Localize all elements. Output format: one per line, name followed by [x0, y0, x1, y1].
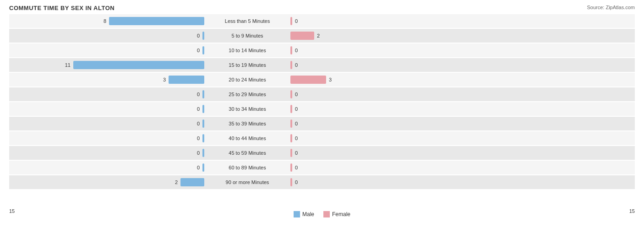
female-bar — [290, 163, 292, 172]
right-bar-area: 0 — [289, 178, 486, 186]
male-value: 0 — [191, 121, 200, 126]
chart-row: 3 20 to 24 Minutes 3 — [9, 73, 635, 87]
female-value: 3 — [329, 77, 338, 82]
female-bar — [290, 32, 314, 40]
legend-male-label: Male — [302, 211, 314, 217]
right-bar-area: 3 — [289, 76, 486, 84]
row-label: 5 to 9 Minutes — [206, 33, 289, 38]
left-bar-area: 11 — [9, 61, 206, 69]
male-value: 0 — [191, 33, 200, 38]
female-bar — [290, 120, 292, 128]
male-value: 0 — [191, 136, 200, 141]
right-bar-area: 0 — [289, 134, 486, 142]
right-bar-area: 0 — [289, 149, 486, 157]
left-bar-area: 0 — [9, 134, 206, 142]
right-bar-area: 0 — [289, 105, 486, 113]
male-bar — [169, 76, 204, 84]
male-bar — [202, 134, 204, 142]
left-bar-area: 0 — [9, 120, 206, 128]
chart-row: 0 30 to 34 Minutes 0 — [9, 102, 635, 116]
left-bar-area: 0 — [9, 46, 206, 54]
female-value: 0 — [295, 48, 304, 53]
chart-row: 11 15 to 19 Minutes 0 — [9, 58, 635, 72]
female-value: 0 — [295, 92, 304, 97]
male-bar — [73, 61, 204, 69]
axis-left: 15 — [9, 208, 15, 217]
chart-row: 0 45 to 59 Minutes 0 — [9, 146, 635, 160]
male-value: 0 — [191, 48, 200, 53]
legend-female: Female — [323, 211, 350, 217]
row-label: 25 to 29 Minutes — [206, 92, 289, 97]
female-bar — [290, 105, 292, 113]
right-bar-area: 0 — [289, 61, 486, 69]
chart-row: 0 10 to 14 Minutes 0 — [9, 43, 635, 57]
row-label: 30 to 34 Minutes — [206, 106, 289, 112]
right-bar-area: 0 — [289, 163, 486, 172]
right-bar-area: 2 — [289, 32, 486, 40]
left-bar-area: 2 — [9, 178, 206, 186]
male-bar — [202, 120, 204, 128]
female-bar — [290, 61, 292, 69]
male-value: 0 — [191, 106, 200, 112]
female-value: 0 — [295, 165, 304, 170]
female-value: 2 — [317, 33, 326, 38]
row-label: 20 to 24 Minutes — [206, 77, 289, 82]
male-bar — [109, 17, 204, 25]
left-bar-area: 8 — [9, 17, 206, 25]
left-bar-area: 0 — [9, 32, 206, 40]
left-bar-area: 0 — [9, 105, 206, 113]
right-bar-area: 0 — [289, 46, 486, 54]
axis-labels: 15 Male Female 15 — [9, 208, 635, 217]
male-value: 2 — [169, 179, 178, 185]
female-bar — [290, 17, 292, 25]
chart-row: 2 90 or more Minutes 0 — [9, 175, 635, 189]
row-label: 45 to 59 Minutes — [206, 150, 289, 156]
female-value: 0 — [295, 62, 304, 68]
right-bar-area: 0 — [289, 120, 486, 128]
female-value: 0 — [295, 136, 304, 141]
right-bar-area: 0 — [289, 90, 486, 98]
chart-row: 0 60 to 89 Minutes 0 — [9, 161, 635, 174]
axis-right: 15 — [629, 208, 635, 217]
male-bar — [202, 90, 204, 98]
row-label: 35 to 39 Minutes — [206, 121, 289, 126]
female-bar — [290, 134, 292, 142]
male-value: 0 — [191, 92, 200, 97]
male-value: 8 — [97, 18, 106, 24]
chart-row: 0 5 to 9 Minutes 2 — [9, 29, 635, 43]
right-bar-area: 0 — [289, 17, 486, 25]
female-bar — [290, 90, 292, 98]
left-bar-area: 0 — [9, 163, 206, 172]
legend-male-box — [294, 211, 300, 217]
male-value: 11 — [61, 62, 71, 68]
row-label: 10 to 14 Minutes — [206, 48, 289, 53]
male-value: 0 — [191, 150, 200, 156]
source-label: Source: ZipAtlas.com — [587, 5, 635, 10]
male-bar — [202, 32, 204, 40]
male-bar — [180, 178, 204, 186]
chart-row: 0 25 to 29 Minutes 0 — [9, 87, 635, 101]
female-bar — [290, 149, 292, 157]
left-bar-area: 0 — [9, 90, 206, 98]
chart-row: 8 Less than 5 Minutes 0 — [9, 14, 635, 28]
female-value: 0 — [295, 150, 304, 156]
legend-female-box — [323, 211, 330, 217]
chart-container: COMMUTE TIME BY SEX IN ALTON Source: Zip… — [0, 0, 644, 239]
row-label: 15 to 19 Minutes — [206, 62, 289, 68]
row-label: 60 to 89 Minutes — [206, 165, 289, 170]
male-bar — [202, 46, 204, 54]
row-label: 40 to 44 Minutes — [206, 136, 289, 141]
male-value: 3 — [157, 77, 166, 82]
chart-title: COMMUTE TIME BY SEX IN ALTON — [9, 5, 635, 11]
left-bar-area: 0 — [9, 149, 206, 157]
chart-row: 0 40 to 44 Minutes 0 — [9, 131, 635, 145]
legend-female-label: Female — [332, 211, 350, 217]
female-value: 0 — [295, 18, 304, 24]
legend-male: Male — [294, 211, 314, 217]
chart-area: 8 Less than 5 Minutes 0 0 5 to 9 Minutes… — [9, 14, 635, 207]
male-bar — [202, 105, 204, 113]
female-bar — [290, 76, 326, 84]
male-value: 0 — [191, 165, 200, 170]
legend: Male Female — [294, 211, 350, 217]
left-bar-area: 3 — [9, 76, 206, 84]
